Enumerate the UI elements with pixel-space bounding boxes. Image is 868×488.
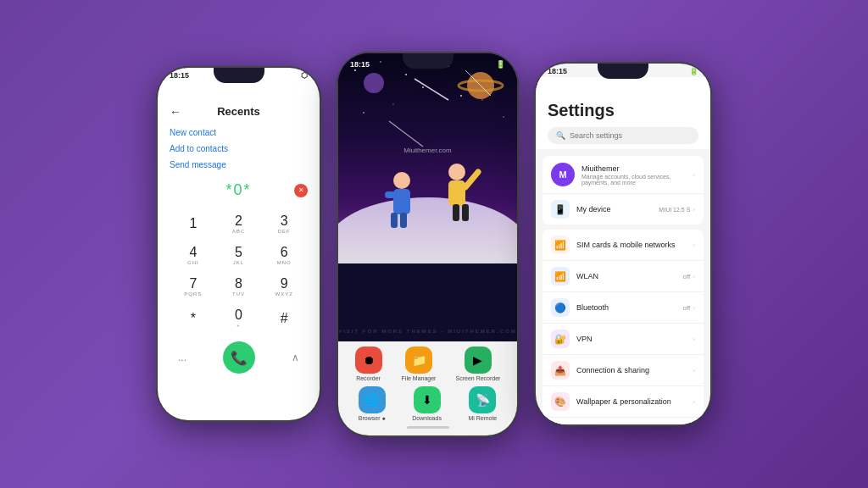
mi-remote-icon: 📡 [469, 386, 496, 413]
account-section: M Miuithemer Manage accounts, cloud serv… [542, 156, 704, 225]
back-button[interactable]: ← [170, 105, 181, 119]
status-icons-3: 🔋 [689, 67, 698, 75]
sim-label: SIM cards & mobile networks [576, 241, 693, 249]
chevron-bluetooth: › [693, 304, 695, 312]
dialer-input-row: *0* ✕ [158, 175, 320, 206]
app-screen-recorder[interactable]: ▶ Screen Recorder [456, 347, 501, 381]
send-message-link[interactable]: Send message [170, 160, 308, 169]
settings-item-wlan[interactable]: 📶 WLAN off › [542, 261, 704, 292]
screen-recorder-label: Screen Recorder [456, 375, 501, 381]
svg-point-3 [405, 74, 407, 75]
dial-key-2[interactable]: 2 ABC [217, 209, 261, 239]
call-button[interactable]: 📞 [223, 341, 255, 374]
search-input[interactable] [570, 131, 690, 140]
screen-recorder-icon: ▶ [465, 347, 492, 374]
chevron-vpn: › [693, 336, 695, 343]
bluetooth-text: Bluetooth [576, 303, 683, 312]
my-device-right: MIUI 12.5 S › [659, 206, 695, 214]
account-chevron: › [693, 171, 695, 179]
notch-3 [598, 64, 648, 79]
settings-header: Settings 🔍 [536, 77, 710, 149]
connection-label: Connection & sharing [576, 366, 693, 374]
chevron-icon-account: › [693, 171, 695, 179]
dial-key-7[interactable]: 7 PQRS [171, 272, 215, 302]
app-browser[interactable]: 🌐 Browser ● [359, 386, 386, 421]
chevron-icon-device: › [693, 206, 695, 214]
settings-item-wallpaper[interactable]: 🎨 Wallpaper & personalization › [542, 386, 704, 418]
phone-settings: 18:15 🔋 Settings 🔍 M M [534, 62, 712, 426]
downloads-icon: ⬇ [414, 386, 441, 413]
connection-text: Connection & sharing [576, 366, 693, 374]
bluetooth-label: Bluetooth [576, 303, 683, 312]
app-row-2: 🌐 Browser ● ⬇ Downloads 📡 Mi Remote [345, 386, 510, 421]
settings-item-vpn[interactable]: 🔐 VPN › [542, 324, 704, 355]
watermark: Miuithemer.com [403, 147, 451, 154]
visit-banner: VISIT FOR MORE THEMES - MIUITHEMER.COM [338, 329, 517, 334]
dialer-links: New contact Add to contacts Send message [158, 123, 320, 175]
svg-point-26 [448, 164, 465, 180]
add-to-contacts-link[interactable]: Add to contacts [170, 144, 308, 153]
vpn-text: VPN [576, 335, 693, 343]
dial-key-8[interactable]: 8 TUV [217, 272, 261, 302]
new-contact-link[interactable]: New contact [170, 128, 308, 137]
dial-key-5[interactable]: 5 JKL [217, 241, 261, 270]
dial-key-3[interactable]: 3 DEF [262, 209, 306, 239]
delete-button[interactable]: ✕ [294, 184, 308, 197]
dial-key-6[interactable]: 6 MNO [262, 241, 306, 270]
bluetooth-right: off › [683, 304, 695, 312]
account-item[interactable]: M Miuithemer Manage accounts, cloud serv… [542, 156, 704, 194]
svg-rect-24 [391, 213, 398, 228]
settings-title: Settings [548, 101, 698, 120]
recorder-label: Recorder [356, 375, 381, 381]
browser-icon: 🌐 [359, 386, 386, 413]
downloads-label: Downloads [412, 415, 442, 421]
svg-point-16 [364, 73, 384, 93]
settings-item-lockscreen[interactable]: 🔒 Always-on display & Lock screen › [542, 418, 704, 424]
wallpaper-label: Wallpaper & personalization [576, 397, 693, 406]
dial-key-4[interactable]: 4 GHI [171, 241, 215, 270]
svg-rect-29 [453, 204, 459, 221]
sim-text: SIM cards & mobile networks [576, 241, 693, 249]
dial-key-hash[interactable]: # [262, 303, 306, 333]
time-1: 18:15 [170, 71, 189, 80]
miui-badge: MIUI 12.5 S [659, 207, 690, 213]
vpn-icon: 🔐 [551, 330, 570, 348]
vpn-label: VPN [576, 335, 693, 343]
app-recorder[interactable]: ⏺ Recorder [355, 347, 382, 381]
search-bar[interactable]: 🔍 [548, 127, 698, 144]
battery-icon: ⬡ [301, 71, 308, 80]
phone-home: Miuithemer.com VISIT FOR MORE THEMES - M… [337, 52, 519, 437]
file-manager-icon: 📁 [405, 347, 432, 374]
settings-item-sim[interactable]: 📶 SIM cards & mobile networks › [542, 230, 704, 261]
vpn-right: › [693, 336, 695, 343]
app-file-manager[interactable]: 📁 File Manager [402, 347, 437, 381]
settings-item-connection[interactable]: 📤 Connection & sharing › [542, 355, 704, 386]
svg-point-11 [392, 103, 393, 104]
dialer-display: *0* [225, 181, 251, 199]
home-indicator[interactable] [407, 426, 449, 429]
wlan-right: off › [683, 273, 695, 280]
svg-rect-30 [462, 204, 469, 221]
chevron-wallpaper: › [693, 398, 695, 406]
svg-point-13 [503, 116, 504, 117]
dial-key-9[interactable]: 9 WXYZ [262, 272, 306, 302]
avatar: M [551, 163, 575, 186]
settings-item-bluetooth[interactable]: 🔵 Bluetooth off › [542, 292, 704, 324]
status-icons-2: 🔋 [496, 60, 505, 69]
svg-point-10 [363, 112, 364, 114]
svg-point-12 [460, 95, 462, 97]
account-text: Miuithemer Manage accounts, cloud servic… [581, 164, 693, 186]
app-downloads[interactable]: ⬇ Downloads [412, 386, 442, 421]
wlan-icon: 📶 [551, 267, 570, 286]
time-2: 18:15 [350, 60, 370, 69]
dial-key-star[interactable]: * [171, 303, 215, 333]
my-device-item[interactable]: 📱 My device MIUI 12.5 S › [542, 194, 704, 225]
dial-key-0[interactable]: 0 + [217, 303, 261, 333]
svg-point-9 [481, 99, 482, 100]
wlan-label: WLAN [576, 272, 683, 280]
dial-key-1[interactable]: 1 [171, 209, 215, 239]
svg-rect-27 [448, 180, 465, 206]
app-mi-remote[interactable]: 📡 Mi Remote [468, 386, 497, 421]
options-button[interactable]: ... [178, 352, 186, 363]
connection-right: › [693, 367, 695, 374]
